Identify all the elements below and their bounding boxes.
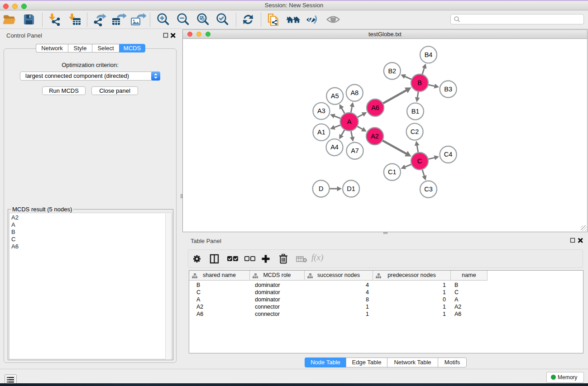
svg-text:B3: B3: [444, 86, 452, 93]
svg-text:A3: A3: [317, 107, 325, 114]
svg-text:A1: A1: [317, 129, 325, 136]
svg-text:A4: A4: [330, 143, 339, 151]
svg-text:A5: A5: [331, 92, 339, 100]
svg-text:A6: A6: [371, 104, 379, 111]
svg-text:C: C: [417, 157, 422, 165]
svg-text:A2: A2: [371, 133, 379, 140]
svg-text:A8: A8: [350, 89, 359, 96]
svg-text:D: D: [319, 185, 323, 192]
svg-text:B: B: [417, 79, 422, 86]
svg-text:B1: B1: [411, 108, 420, 115]
svg-text:C2: C2: [411, 128, 419, 135]
svg-text:C1: C1: [388, 168, 397, 176]
svg-text:A: A: [347, 118, 352, 125]
svg-text:B2: B2: [388, 67, 396, 75]
svg-text:C4: C4: [444, 151, 453, 158]
svg-text:C3: C3: [424, 186, 433, 193]
svg-text:A7: A7: [351, 147, 359, 154]
svg-text:D1: D1: [347, 185, 355, 192]
svg-text:B4: B4: [425, 51, 433, 58]
